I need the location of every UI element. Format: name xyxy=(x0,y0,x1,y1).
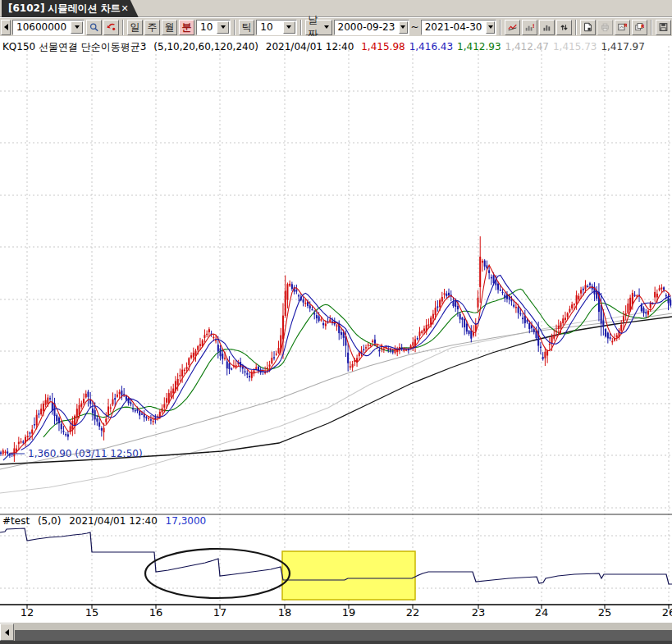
close-icon[interactable]: ✕ xyxy=(121,0,129,17)
period-button-month[interactable]: 월 xyxy=(162,20,177,35)
sub-indicator-header: #test (5,0) 2021/04/01 12:40 17,3000 xyxy=(2,515,211,527)
ellipse-annotation[interactable] xyxy=(145,549,290,598)
ma-value: 1,415.73 xyxy=(553,41,597,53)
copy-page-button[interactable] xyxy=(580,20,596,35)
ma-values: 1,415.981,416.431,412.931,412.471,415.73… xyxy=(361,41,649,53)
chart-canvas[interactable] xyxy=(0,36,672,622)
search-button[interactable] xyxy=(86,20,102,35)
window-bottom-frame xyxy=(0,641,672,644)
svg-text:R: R xyxy=(624,23,627,28)
toolbar-separator xyxy=(122,20,124,35)
toolbar-separator xyxy=(575,20,577,35)
ma-style-icon xyxy=(508,22,517,33)
minute-dropdown-button[interactable] xyxy=(217,21,229,34)
svg-text:R: R xyxy=(641,24,644,29)
period-week-label: 주 xyxy=(148,21,158,34)
volume-bars-icon xyxy=(542,22,551,33)
tab-title: [6102] 시뮬레이션 차트 xyxy=(8,2,121,14)
sort-updown-button[interactable] xyxy=(556,20,572,35)
minute-interval-value: 10 xyxy=(197,21,216,33)
left-arrow-icon xyxy=(5,629,9,636)
tick-label: 틱 xyxy=(242,21,252,34)
ma-value: 1,417.97 xyxy=(601,41,644,53)
volume-bars-button[interactable] xyxy=(539,20,555,35)
svg-text:!: ! xyxy=(533,22,534,29)
date-from-combo[interactable]: 2000-09-23 xyxy=(334,20,409,35)
date-from-dropdown-button[interactable] xyxy=(399,21,407,34)
x-axis-label: 12 xyxy=(21,606,34,619)
chart-jump-button[interactable] xyxy=(103,20,119,35)
date-range-separator: ~ xyxy=(411,21,419,33)
tick-dropdown-button[interactable] xyxy=(283,21,295,34)
date-to-dropdown-button[interactable] xyxy=(486,21,494,34)
chevron-down-icon xyxy=(286,25,291,29)
left-arrow-icon xyxy=(4,24,8,30)
period-button-minute[interactable]: 분 xyxy=(179,20,194,35)
tick-button[interactable]: 틱 xyxy=(239,20,254,35)
copy-page-icon xyxy=(583,21,592,33)
horizontal-scrollbar[interactable] xyxy=(0,622,672,641)
x-axis-label: 22 xyxy=(406,606,420,619)
symbol-combo[interactable]: 10600000 xyxy=(12,20,85,35)
toolbar-separator xyxy=(500,20,501,35)
x-axis-label: 25 xyxy=(598,606,612,619)
x-axis-label: 17 xyxy=(213,606,227,619)
toolbar-scroll-left-button[interactable] xyxy=(1,20,11,35)
date-to-combo[interactable]: 2021-04-30 xyxy=(421,20,496,35)
x-axis xyxy=(0,605,672,609)
period-button-day[interactable]: 일 xyxy=(127,20,143,35)
x-axis-label: 19 xyxy=(342,606,356,619)
chevron-down-icon xyxy=(75,25,80,29)
tab-strip: [6102] 시뮬레이션 차트 ✕ xyxy=(0,0,672,17)
sort-updown-icon xyxy=(560,22,569,33)
period-minute-label: 분 xyxy=(182,21,192,34)
print-icon xyxy=(601,21,610,33)
tick-interval-combo[interactable]: 10 xyxy=(256,20,296,35)
symbol-title: KQ150 선물연결 단순이동평균3 xyxy=(2,41,146,53)
indicator-params: (5,0) xyxy=(38,515,61,527)
indicator-name: #test xyxy=(2,515,30,527)
x-axis-label: 23 xyxy=(472,606,486,619)
tab-simulation-chart[interactable]: [6102] 시뮬레이션 차트 ✕ xyxy=(2,0,139,17)
chart-datetime: 2021/04/01 12:40 xyxy=(266,41,354,53)
period-day-label: 일 xyxy=(130,21,140,34)
symbol-value: 10600000 xyxy=(13,21,70,33)
simulation-chart-window: [6102] 시뮬레이션 차트 ✕ 10600000 일 주 월 분 xyxy=(0,0,672,644)
low-price-annotation[interactable]: 1,360.90 (03/11 12:50) xyxy=(28,448,143,459)
volume-alert-button[interactable]: ! xyxy=(522,20,537,35)
save-icon xyxy=(659,21,668,33)
x-axis-label: 26 xyxy=(662,606,672,619)
date-to-value: 2021-04-30 xyxy=(422,21,486,33)
minute-interval-combo[interactable]: 10 xyxy=(196,20,231,35)
chart-region: KQ150 선물연결 단순이동평균3 (5,10,20,60,120,240) … xyxy=(0,36,672,622)
toolbar-separator xyxy=(651,20,652,35)
toolbar-separator xyxy=(300,20,302,35)
symbol-dropdown-button[interactable] xyxy=(71,21,83,34)
ma-style-button[interactable] xyxy=(505,20,520,35)
window-r-button[interactable]: R xyxy=(632,20,647,35)
search-icon xyxy=(89,21,98,33)
scrollbar-left-button[interactable] xyxy=(0,623,14,641)
x-axis-label: 16 xyxy=(149,606,163,619)
toolbar-separator xyxy=(234,20,235,35)
scrollbar-thumb[interactable] xyxy=(15,630,672,641)
ma-value: 1,416.43 xyxy=(409,41,453,53)
x-axis-label: 18 xyxy=(278,606,292,619)
ma-value: 1,412.47 xyxy=(505,41,549,53)
indicator-value: 17,3000 xyxy=(166,515,207,527)
period-button-week[interactable]: 주 xyxy=(144,20,160,35)
chevron-down-icon xyxy=(324,25,329,29)
x-axis-label: 24 xyxy=(535,606,549,619)
toolbar: 10600000 일 주 월 분 10 틱 10 xyxy=(0,17,672,36)
save-button[interactable] xyxy=(656,20,671,35)
print-button[interactable] xyxy=(597,20,613,35)
date-from-value: 2000-09-23 xyxy=(335,21,399,33)
chart-r-icon: R xyxy=(618,21,627,33)
chart-r-button[interactable]: R xyxy=(615,20,630,35)
date-mode-button[interactable]: 날짜 xyxy=(305,20,332,35)
chart-header: KQ150 선물연결 단순이동평균3 (5,10,20,60,120,240) … xyxy=(2,40,653,54)
chevron-down-icon xyxy=(488,25,493,29)
red-arrow-icon xyxy=(107,21,116,33)
volume-alert-icon: ! xyxy=(525,22,534,33)
indicator-datetime: 2021/04/01 12:40 xyxy=(69,515,158,527)
